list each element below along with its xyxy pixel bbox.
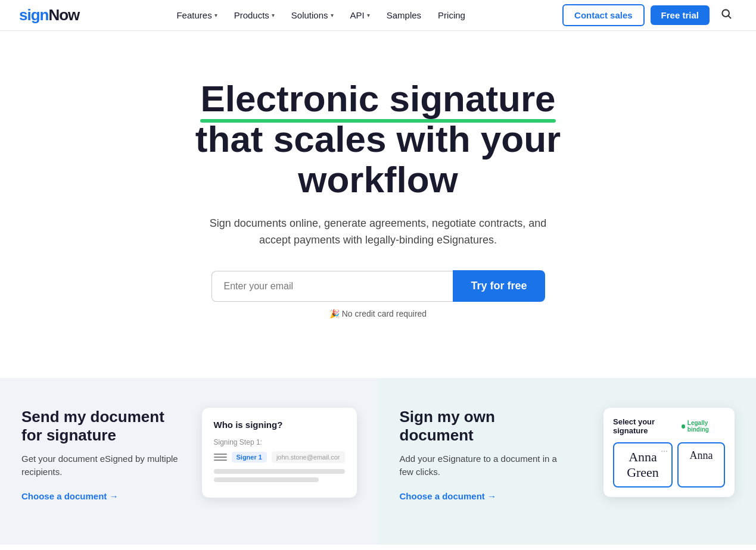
nav-solutions[interactable]: Solutions ▾: [284, 7, 341, 24]
chevron-down-icon: ▾: [272, 12, 275, 18]
hero-title: Electronic signature that scales with yo…: [122, 79, 634, 201]
signature-header: Select your signature Legally binding: [613, 417, 725, 435]
nav-samples[interactable]: Samples: [379, 7, 428, 24]
menu-icon: [214, 452, 227, 462]
contact-sales-button[interactable]: Contact sales: [562, 4, 645, 26]
try-for-free-button[interactable]: Try for free: [453, 270, 545, 302]
signature-option-cursive[interactable]: ··· Anna Green: [613, 442, 673, 488]
chevron-down-icon: ▾: [367, 12, 370, 18]
chevron-down-icon: ▾: [214, 12, 217, 18]
logo[interactable]: signNow: [19, 6, 79, 24]
nav-links: Features ▾ Products ▾ Solutions ▾ API ▾ …: [169, 7, 472, 24]
hero-section: Electronic signature that scales with yo…: [0, 31, 756, 354]
green-dot-icon: [682, 424, 685, 429]
send-card-desc: Get your document eSigned by multiple re…: [21, 452, 182, 479]
chevron-down-icon: ▾: [331, 12, 334, 18]
nav-pricing[interactable]: Pricing: [431, 7, 472, 24]
send-document-card: Send my documentfor signature Get your d…: [0, 378, 378, 545]
hero-subtitle: Sign documents online, generate agreemen…: [200, 215, 557, 249]
sign-own-desc: Add your eSignature to a document in a f…: [400, 452, 560, 479]
nav-actions: Contact sales Free trial: [562, 4, 737, 26]
nav-products[interactable]: Products ▾: [227, 7, 282, 24]
navigation: signNow Features ▾ Products ▾ Solutions …: [0, 0, 756, 31]
svg-line-1: [729, 16, 731, 18]
send-choose-document-link[interactable]: Choose a document →: [21, 491, 119, 501]
sign-choose-document-link[interactable]: Choose a document →: [400, 491, 497, 501]
signature-mock-ui: Select your signature Legally binding ··…: [603, 408, 735, 497]
search-icon[interactable]: [715, 5, 737, 25]
legally-binding-badge: Legally binding: [682, 420, 725, 433]
sign-own-title: Sign my owndocument: [400, 408, 560, 445]
send-mock-ui: Who is signing? Signing Step 1: Signer 1…: [202, 408, 357, 498]
sign-own-card: Sign my owndocument Add your eSignature …: [378, 378, 757, 545]
cards-section: Send my documentfor signature Get your d…: [0, 378, 756, 545]
signature-option-print[interactable]: Anna: [677, 442, 725, 488]
mock-placeholder-lines: [214, 469, 345, 482]
hero-note: 🎉 No credit card required: [19, 309, 737, 318]
nav-api[interactable]: API ▾: [343, 7, 377, 24]
nav-features[interactable]: Features ▾: [169, 7, 224, 24]
free-trial-button[interactable]: Free trial: [651, 5, 710, 25]
email-input[interactable]: [211, 271, 453, 302]
send-card-title: Send my documentfor signature: [21, 408, 182, 445]
signature-options: ··· Anna Green Anna: [613, 442, 725, 488]
hero-email-form: Try for free: [211, 270, 545, 302]
